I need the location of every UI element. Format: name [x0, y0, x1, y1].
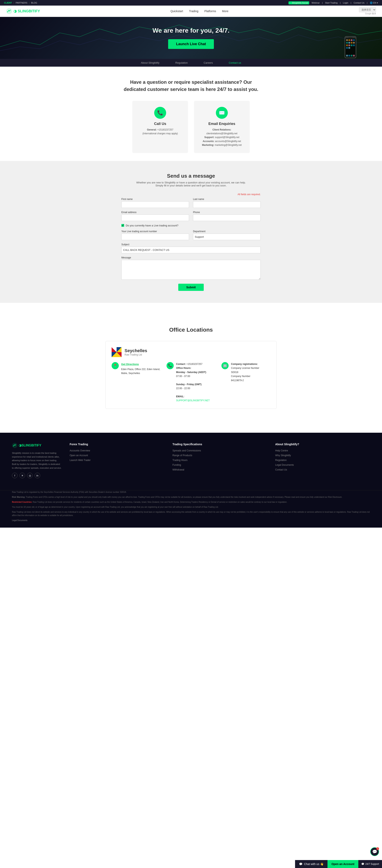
svg-point-13: [13, 446, 14, 446]
top-bar-right: Slingbitify Social Webinar | Start Tradi…: [288, 1, 378, 4]
phone-input[interactable]: [193, 214, 261, 221]
blog-link[interactable]: BLOG: [31, 2, 37, 4]
svg-point-12: [12, 443, 17, 448]
message-textarea[interactable]: [121, 260, 261, 280]
slingbitify-social-label[interactable]: Slingbitify Social: [292, 2, 308, 4]
directions-icon: 📍: [112, 362, 119, 369]
phone-group: Phone: [193, 211, 261, 221]
contact-us-link[interactable]: Contact Us: [354, 2, 364, 4]
client-link[interactable]: CLIENT: [4, 2, 12, 4]
footer-link-spreads: Spreads and Commissions: [172, 449, 267, 452]
footer-link-contact: Contact Us: [275, 468, 370, 471]
hero-title: We are here for you, 24/7.: [152, 27, 229, 34]
logo-icon: [6, 8, 12, 14]
email-support-label: Support:: [204, 136, 214, 139]
license-label: Company License Number: [231, 367, 259, 369]
department-input[interactable]: Support: [193, 234, 261, 240]
sun-fri-label: Sunday - Friday (GMT): [176, 383, 201, 386]
office-email[interactable]: SUPPORT@SLINGBITIFY.NET: [176, 399, 210, 402]
linkedin-icon[interactable]: in: [35, 473, 40, 478]
divider2: |: [29, 2, 29, 4]
footer-link-withdrawal: Withdrawal: [172, 468, 267, 471]
footer-legal-reg: Raw Trading Ltd is regulated by the Seyc…: [12, 490, 370, 494]
launch-live-chat-button[interactable]: Launch Live Chat: [168, 39, 214, 49]
email-input[interactable]: [121, 214, 189, 221]
divider5: |: [351, 2, 351, 4]
office-country: Seychelles: [125, 348, 147, 353]
footer-forex: Forex Trading Accounts Overview Open an …: [70, 443, 164, 478]
footer-link-regulation: Regulation: [275, 458, 370, 462]
risk-warning-label: Risk Warning:: [12, 496, 25, 498]
last-name-label: Last name: [193, 198, 261, 200]
seychelles-flag-icon: [112, 347, 122, 357]
footer-about: About Slingbitify? Help Centre Why Sling…: [275, 443, 370, 478]
submit-button[interactable]: Submit: [178, 284, 203, 291]
company-icon: 🏢: [221, 362, 229, 369]
divider1: |: [13, 2, 14, 4]
account-number-group: Your Live trading account number: [121, 230, 189, 240]
footer-about-heading: About Slingbitify?: [275, 443, 370, 446]
email-client-label: Client Relations:: [213, 128, 231, 131]
first-name-input[interactable]: [121, 202, 189, 208]
account-number-label: Your Live trading account number: [121, 230, 189, 233]
login-link[interactable]: Login: [343, 2, 348, 4]
nav-more[interactable]: More: [222, 9, 228, 13]
email-group: Email address: [121, 211, 189, 221]
instagram-icon[interactable]: ◎: [27, 473, 33, 478]
subject-input[interactable]: CALL BACK REQUEST - CONTACT US: [121, 247, 261, 253]
footer-legal-docs-link[interactable]: Legal Documents: [12, 519, 28, 521]
contact-intro-heading: Have a question or require specialist as…: [121, 79, 261, 93]
footer-about-links: Help Centre Why Slingbitify Regulation L…: [275, 449, 370, 471]
account-number-input[interactable]: [121, 234, 189, 240]
live-account-checkbox-label: Do you currently have a Live trading acc…: [126, 224, 179, 227]
send-message-heading: Send us a message: [4, 173, 378, 179]
footer-forex-links: Accounts Overview Open an Account Launch…: [70, 449, 164, 462]
divider4: |: [340, 2, 341, 4]
send-message-subtitle: Whether you are new to Slingbitify or ha…: [136, 181, 246, 187]
webinar-link[interactable]: Webinar: [312, 2, 320, 4]
risk-warning-text: Trading Forex and CFDs carries a high le…: [26, 496, 342, 498]
email-accounts: accounts@Slingbitify.net: [215, 140, 241, 143]
email-client: clientrelations@Slingbitify.net: [206, 132, 237, 135]
partners-link[interactable]: PARTNERS: [16, 2, 28, 4]
email-icon: ✉️: [216, 107, 228, 119]
language-select[interactable]: 选择语言: [359, 7, 376, 12]
language-selector[interactable]: 🌐 EN ▾: [370, 2, 378, 4]
live-account-checkbox[interactable]: [121, 224, 124, 227]
first-name-label: First name: [121, 198, 189, 200]
footer-link-trading-hours: Trading Hours: [172, 458, 267, 462]
subnav-regulation[interactable]: Regulation: [175, 61, 188, 64]
hours-label: Office Hours:: [176, 367, 191, 369]
top-bar: CLIENT | PARTNERS | BLOG Slingbitify Soc…: [0, 0, 382, 6]
subnav-careers[interactable]: Careers: [203, 61, 213, 64]
mon-sat-hours: 07:00 - 07:00: [176, 375, 190, 378]
nav-trading[interactable]: Trading: [189, 9, 198, 13]
start-trading-link[interactable]: Start Trading: [325, 2, 338, 4]
subject-group: Subject CALL BACK REQUEST - CONTACT US: [121, 243, 261, 253]
footer-link-products: Range of Products: [172, 454, 267, 457]
get-directions-link[interactable]: Get Directions: [121, 362, 161, 367]
twitter-icon[interactable]: ✕: [20, 473, 25, 478]
subnav-contact[interactable]: Contact us: [229, 61, 241, 64]
send-message-section: Send us a message Whether you are new to…: [0, 161, 382, 303]
directions-content: Get Directions Eden Plaza, Office 222, E…: [121, 362, 161, 375]
phone-hand-decoration: 📱: [338, 35, 363, 59]
subnav-about[interactable]: About Slingbitify: [141, 61, 159, 64]
office-title: Seychelles Raw Trading Ltd: [125, 348, 147, 356]
restricted-text: Raw Trading Ltd does not provide service…: [33, 501, 287, 503]
facebook-icon[interactable]: f: [12, 473, 18, 478]
nav-quickstart[interactable]: Quickstart: [170, 9, 183, 13]
footer: ◑SLINGBITIFY Slingbitify mission is to c…: [0, 433, 382, 490]
social-icons: f ✕ ◎ in: [12, 473, 62, 478]
phone-label: Phone: [193, 211, 261, 214]
nav-platforms[interactable]: Platforms: [204, 9, 216, 13]
footer-link-why: Why Slingbitify: [275, 454, 370, 457]
footer-link-help: Help Centre: [275, 449, 370, 452]
email-label: Email address: [121, 211, 189, 214]
live-indicator: Slingbitify Social: [288, 1, 309, 4]
office-email-label: EMAIL:: [176, 395, 184, 398]
call-us-card: 📞 Call Us General: +15183237257 (Interna…: [132, 101, 188, 153]
office-inner: Office Locations Seychelles: [101, 315, 281, 421]
last-name-input[interactable]: [193, 202, 261, 208]
phone-office-icon: 📞: [166, 362, 174, 369]
